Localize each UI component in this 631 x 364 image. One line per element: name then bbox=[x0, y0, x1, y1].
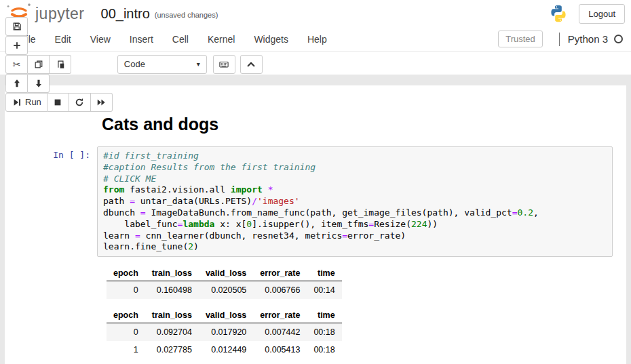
table-cell: 0 bbox=[107, 323, 145, 342]
code-cell: In [ ]: #id first_training #caption Resu… bbox=[5, 146, 626, 257]
cell-type-dropdown[interactable]: Code ▾ bbox=[117, 55, 207, 74]
paste-cell-button[interactable] bbox=[50, 55, 71, 74]
toolbar-button-group bbox=[5, 36, 113, 55]
python-logo-icon bbox=[549, 4, 568, 23]
column-header-time: time bbox=[307, 308, 341, 323]
restart-icon bbox=[75, 97, 85, 107]
code-editor[interactable]: #id first_training #caption Results from… bbox=[97, 146, 613, 257]
toolbar-button-group: ✂ bbox=[5, 55, 113, 74]
table-cell: 0.006766 bbox=[253, 281, 307, 300]
notebook-save-status: (unsaved changes) bbox=[155, 11, 218, 19]
keyboard-icon bbox=[219, 59, 229, 69]
site-background: Cats and dogs In [ ]: #id first_training… bbox=[0, 75, 631, 364]
training-results-table-1: epochtrain_lossvalid_losserror_ratetime0… bbox=[107, 266, 342, 299]
menu-item-kernel[interactable]: Kernel bbox=[198, 28, 244, 50]
menu-item-help[interactable]: Help bbox=[298, 28, 337, 50]
table-cell: 0.007442 bbox=[253, 323, 307, 342]
notebook-container: Cats and dogs In [ ]: #id first_training… bbox=[5, 85, 626, 364]
chevron-up-icon bbox=[246, 59, 256, 69]
column-header-valid_loss: valid_loss bbox=[199, 308, 253, 323]
table-row: 00.0927040.0179200.00744200:18 bbox=[107, 323, 342, 342]
copy-icon bbox=[33, 59, 43, 69]
table-row: 00.1604980.0205050.00676600:14 bbox=[107, 281, 342, 300]
column-header-error_rate: error_rate bbox=[253, 308, 307, 323]
trusted-badge[interactable]: Trusted bbox=[498, 31, 543, 47]
arrow-down-icon bbox=[33, 78, 43, 88]
kernel-separator bbox=[559, 33, 560, 46]
chevron-down-icon: ▾ bbox=[197, 60, 200, 68]
kernel-idle-circle-icon bbox=[614, 35, 623, 43]
command-palette-button[interactable] bbox=[213, 55, 235, 74]
fast-forward-icon bbox=[96, 97, 107, 107]
table-cell: 00:14 bbox=[307, 281, 341, 300]
table-cell: 0.160498 bbox=[145, 281, 199, 300]
table-cell: 1 bbox=[107, 341, 145, 359]
markdown-heading: Cats and dogs bbox=[102, 114, 626, 134]
menu-item-insert[interactable]: Insert bbox=[120, 28, 163, 50]
table-cell: 0.005413 bbox=[253, 341, 307, 359]
interrupt-kernel-button[interactable] bbox=[47, 93, 69, 112]
menu-item-cell[interactable]: Cell bbox=[163, 28, 198, 50]
toolbar-button-group bbox=[5, 74, 113, 93]
move-cell-down-button[interactable] bbox=[28, 74, 50, 93]
column-header-train_loss: train_loss bbox=[145, 266, 199, 281]
cut-cell-button[interactable]: ✂ bbox=[5, 55, 28, 74]
toolbar-groups: ✂Run bbox=[5, 17, 117, 112]
table-cell: 00:18 bbox=[307, 323, 341, 342]
training-results-table-2: epochtrain_lossvalid_losserror_ratetime0… bbox=[107, 308, 342, 359]
table-cell: 0 bbox=[107, 281, 145, 300]
table-cell: 0.020505 bbox=[199, 281, 253, 300]
run-cell-button[interactable]: Run bbox=[5, 93, 47, 112]
save-icon bbox=[12, 21, 22, 31]
restart-run-all-button[interactable] bbox=[91, 93, 113, 112]
table-cell: 0.017920 bbox=[199, 323, 253, 342]
table-cell: 0.027785 bbox=[145, 341, 199, 359]
column-header-error_rate: error_rate bbox=[253, 266, 307, 281]
move-cell-up-button[interactable] bbox=[5, 74, 28, 93]
table-cell: 0.012449 bbox=[199, 341, 253, 359]
scissors-icon: ✂ bbox=[12, 59, 22, 69]
cell-type-value: Code bbox=[124, 59, 145, 69]
toolbar: ✂Run Code ▾ bbox=[0, 52, 631, 75]
restart-kernel-button[interactable] bbox=[69, 93, 91, 112]
column-header-valid_loss: valid_loss bbox=[199, 266, 253, 281]
toolbar-button-group: Run bbox=[5, 93, 113, 112]
copy-cell-button[interactable] bbox=[28, 55, 50, 74]
plus-icon bbox=[12, 40, 22, 50]
run-icon bbox=[12, 97, 22, 107]
collapse-toolbar-button[interactable] bbox=[240, 55, 263, 74]
table-cell: 00:18 bbox=[307, 341, 341, 359]
paste-icon bbox=[55, 59, 65, 69]
table-row: 10.0277850.0124490.00541300:18 bbox=[107, 341, 342, 359]
column-header-epoch: epoch bbox=[107, 308, 145, 323]
stop-icon bbox=[53, 97, 63, 107]
table-cell: 0.092704 bbox=[145, 323, 199, 342]
logout-button[interactable]: Logout bbox=[579, 4, 625, 24]
cell-output-area: epochtrain_lossvalid_losserror_ratetime0… bbox=[102, 266, 626, 359]
save-button[interactable] bbox=[5, 17, 28, 36]
column-header-time: time bbox=[307, 266, 341, 281]
add-cell-button[interactable] bbox=[5, 36, 28, 55]
code-content: #id first_training #caption Results from… bbox=[103, 150, 607, 253]
kernel-name: Python 3 bbox=[568, 33, 608, 45]
column-header-train_loss: train_loss bbox=[145, 308, 199, 323]
run-cell-label: Run bbox=[25, 97, 41, 107]
cell-input-prompt: In [ ]: bbox=[5, 146, 97, 257]
toolbar-button-group bbox=[5, 17, 113, 36]
menu-item-widgets[interactable]: Widgets bbox=[244, 28, 298, 50]
column-header-epoch: epoch bbox=[107, 266, 145, 281]
arrow-up-icon bbox=[12, 78, 22, 88]
